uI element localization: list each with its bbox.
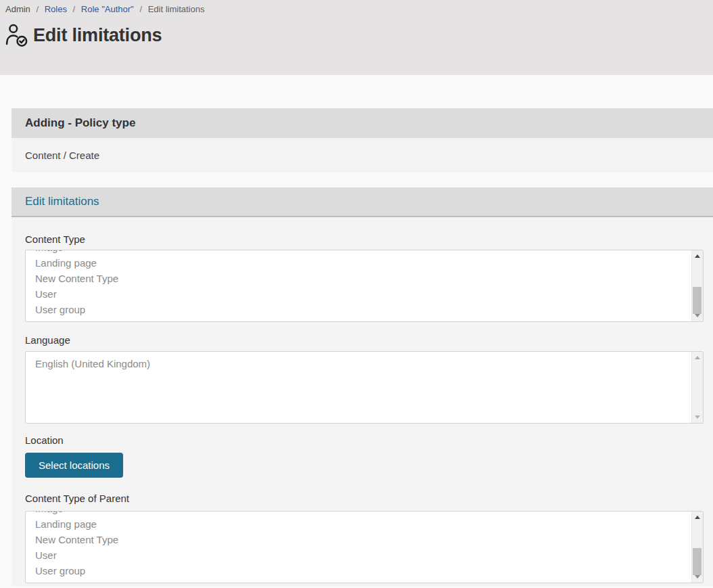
listbox-option[interactable]: English (United Kingdom) (26, 356, 703, 371)
listbox-option[interactable]: User group (26, 563, 703, 579)
breadcrumb-item-role-author[interactable]: Role "Author" (81, 4, 134, 14)
scrollbar[interactable] (691, 512, 703, 583)
page-title-row: Edit limitations (5, 23, 713, 47)
breadcrumb-separator: / (36, 4, 39, 14)
content-type-of-parent-label: Content Type of Parent (25, 492, 704, 505)
scrollbar-down-button[interactable] (692, 310, 703, 321)
breadcrumb-item-roles[interactable]: Roles (45, 4, 67, 14)
breadcrumb-item-admin: Admin (5, 4, 30, 14)
scrollbar[interactable] (691, 250, 703, 321)
breadcrumb-separator: / (73, 4, 76, 14)
edit-limitations-header: Edit limitations (12, 187, 713, 217)
scrollbar-up-button[interactable] (692, 352, 703, 363)
listbox-option[interactable]: User group (26, 302, 703, 317)
listbox-option[interactable]: User (26, 547, 703, 563)
listbox-option[interactable]: User (26, 286, 703, 302)
policy-section: Adding - Policy type Content / Create (12, 108, 713, 173)
location-label: Location (25, 434, 704, 447)
scrollbar-up-button[interactable] (692, 250, 703, 262)
breadcrumb: Admin / Roles / Role "Author" / Edit lim… (0, 0, 713, 14)
listbox-option-clipped[interactable]: Image (26, 511, 703, 516)
policy-section-header: Adding - Policy type (12, 108, 713, 138)
select-locations-button[interactable]: Select locations (25, 453, 123, 478)
scrollbar-up-button[interactable] (692, 512, 703, 523)
policy-type-value: Content / Create (25, 150, 99, 161)
listbox-option[interactable]: New Content Type (26, 271, 703, 286)
listbox-option-clipped[interactable]: Image (26, 250, 703, 255)
scrollbar[interactable] (691, 352, 703, 423)
content-type-label: Content Type (25, 233, 704, 246)
content-type-listbox[interactable]: Image Landing pageNew Content TypeUserUs… (25, 250, 704, 322)
scrollbar-down-button[interactable] (692, 411, 703, 423)
page-title: Edit limitations (33, 25, 162, 46)
edit-limitations-section: Edit limitations Content Type Image Land… (12, 187, 713, 587)
scrollbar-down-button[interactable] (692, 571, 703, 583)
policy-section-title: Adding - Policy type (25, 116, 135, 130)
listbox-option[interactable]: Landing page (26, 516, 703, 532)
user-check-icon (5, 23, 28, 47)
listbox-option[interactable]: New Content Type (26, 532, 703, 547)
page-header: Admin / Roles / Role "Author" / Edit lim… (0, 0, 713, 75)
listbox-option[interactable]: Landing page (26, 255, 703, 271)
language-label: Language (25, 334, 704, 346)
breadcrumb-item-current: Edit limitations (148, 4, 205, 14)
content-type-of-parent-listbox[interactable]: Image Landing pageNew Content TypeUserUs… (25, 511, 704, 583)
breadcrumb-separator: / (139, 4, 142, 14)
language-listbox[interactable]: English (United Kingdom) (25, 351, 704, 424)
edit-limitations-title: Edit limitations (25, 195, 99, 208)
policy-type-row: Content / Create (12, 138, 713, 173)
edit-limitations-body: Content Type Image Landing pageNew Conte… (12, 217, 713, 587)
